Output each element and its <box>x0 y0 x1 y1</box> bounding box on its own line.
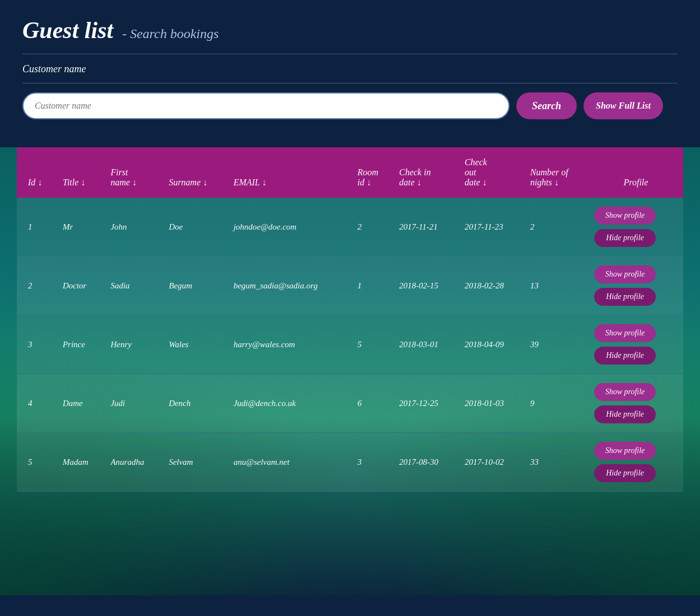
search-button[interactable]: Search <box>516 92 577 119</box>
col-header-check-out[interactable]: Checkoutdate ↓ <box>459 147 525 198</box>
cell-nights: 13 <box>525 256 589 315</box>
guest-table: Id ↓ Title ↓ Firstname ↓ Surname ↓ EMAIL… <box>17 147 683 492</box>
cell-id: 3 <box>17 315 57 374</box>
table-section: Id ↓ Title ↓ Firstname ↓ Surname ↓ EMAIL… <box>0 147 700 595</box>
cell-title: Doctor <box>57 256 105 315</box>
cell-title: Dame <box>57 374 105 433</box>
show-profile-button[interactable]: Show profile <box>594 324 656 342</box>
cell-check-in: 2017-12-25 <box>394 374 459 433</box>
cell-title: Prince <box>57 315 105 374</box>
cell-first-name: Anuradha <box>105 433 163 492</box>
col-header-profile: Profile <box>589 147 683 198</box>
cell-title: Madam <box>57 433 105 492</box>
cell-check-in: 2018-03-01 <box>394 315 459 374</box>
col-header-email[interactable]: EMAIL ↓ <box>228 147 352 198</box>
cell-profile: Show profileHide profile <box>589 198 683 256</box>
show-profile-button[interactable]: Show profile <box>594 207 656 225</box>
cell-first-name: Sadia <box>105 256 163 315</box>
table-row: 1MrJohnDoejohndoe@doe.com22017-11-212017… <box>17 198 683 256</box>
cell-profile: Show profileHide profile <box>589 433 683 492</box>
col-header-nights[interactable]: Number ofnights ↓ <box>525 147 589 198</box>
cell-surname: Selvam <box>163 433 228 492</box>
cell-nights: 2 <box>525 198 589 256</box>
cell-check-out: 2017-10-02 <box>459 433 525 492</box>
cell-check-out: 2018-04-09 <box>459 315 525 374</box>
col-header-check-in[interactable]: Check indate ↓ <box>394 147 459 198</box>
hide-profile-button[interactable]: Hide profile <box>594 229 656 247</box>
cell-profile: Show profileHide profile <box>589 315 683 374</box>
page-title: Guest list <box>22 17 113 44</box>
col-header-surname[interactable]: Surname ↓ <box>163 147 228 198</box>
header-divider <box>22 54 678 54</box>
cell-check-in: 2017-08-30 <box>394 433 459 492</box>
cell-first-name: John <box>105 198 163 256</box>
cell-surname: Dench <box>163 374 228 433</box>
table-row: 3PrinceHenryWalesharry@wales.com52018-03… <box>17 315 683 374</box>
col-header-room-id[interactable]: Roomid ↓ <box>352 147 393 198</box>
field-label: Customer name <box>22 63 678 75</box>
hide-profile-button[interactable]: Hide profile <box>594 464 656 482</box>
table-row: 2DoctorSadiaBegumbegum_sadia@sadia.org12… <box>17 256 683 315</box>
cell-check-out: 2018-02-28 <box>459 256 525 315</box>
cell-check-in: 2017-11-21 <box>394 198 459 256</box>
cell-title: Mr <box>57 198 105 256</box>
table-row: 5MadamAnuradhaSelvamanu@selvam.net32017-… <box>17 433 683 492</box>
profile-actions: Show profileHide profile <box>594 442 678 482</box>
search-row: Search Show Full List <box>22 92 678 119</box>
cell-surname: Doe <box>163 198 228 256</box>
cell-check-in: 2018-02-15 <box>394 256 459 315</box>
cell-email: Judi@dench.co.uk <box>228 374 352 433</box>
hide-profile-button[interactable]: Hide profile <box>594 405 656 423</box>
cell-room-id: 5 <box>352 315 393 374</box>
cell-id: 2 <box>17 256 57 315</box>
cell-profile: Show profileHide profile <box>589 374 683 433</box>
show-profile-button[interactable]: Show profile <box>594 265 656 283</box>
cell-check-out: 2017-11-23 <box>459 198 525 256</box>
hide-profile-button[interactable]: Hide profile <box>594 288 656 306</box>
cell-nights: 9 <box>525 374 589 433</box>
search-input[interactable] <box>22 92 510 119</box>
col-header-title[interactable]: Title ↓ <box>57 147 105 198</box>
cell-id: 1 <box>17 198 57 256</box>
cell-email: begum_sadia@sadia.org <box>228 256 352 315</box>
cell-first-name: Judi <box>105 374 163 433</box>
col-header-id[interactable]: Id ↓ <box>17 147 57 198</box>
cell-first-name: Henry <box>105 315 163 374</box>
header: Guest list - Search bookings Customer na… <box>0 0 700 147</box>
col-header-first-name[interactable]: Firstname ↓ <box>105 147 163 198</box>
cell-nights: 39 <box>525 315 589 374</box>
show-full-list-button[interactable]: Show Full List <box>584 92 663 119</box>
cell-check-out: 2018-01-03 <box>459 374 525 433</box>
table-wrapper: Id ↓ Title ↓ Firstname ↓ Surname ↓ EMAIL… <box>17 147 683 492</box>
cell-profile: Show profileHide profile <box>589 256 683 315</box>
page-subtitle: - Search bookings <box>122 26 218 41</box>
cell-id: 4 <box>17 374 57 433</box>
show-profile-button[interactable]: Show profile <box>594 383 656 401</box>
cell-surname: Wales <box>163 315 228 374</box>
field-divider <box>22 83 678 83</box>
profile-actions: Show profileHide profile <box>594 207 678 247</box>
cell-room-id: 6 <box>352 374 393 433</box>
hide-profile-button[interactable]: Hide profile <box>594 347 656 365</box>
cell-room-id: 3 <box>352 433 393 492</box>
cell-nights: 33 <box>525 433 589 492</box>
cell-email: johndoe@doe.com <box>228 198 352 256</box>
cell-id: 5 <box>17 433 57 492</box>
show-profile-button[interactable]: Show profile <box>594 442 656 460</box>
profile-actions: Show profileHide profile <box>594 324 678 365</box>
cell-email: anu@selvam.net <box>228 433 352 492</box>
cell-surname: Begum <box>163 256 228 315</box>
cell-room-id: 1 <box>352 256 393 315</box>
table-header-row: Id ↓ Title ↓ Firstname ↓ Surname ↓ EMAIL… <box>17 147 683 198</box>
table-row: 4DameJudiDenchJudi@dench.co.uk62017-12-2… <box>17 374 683 433</box>
cell-room-id: 2 <box>352 198 393 256</box>
profile-actions: Show profileHide profile <box>594 265 678 306</box>
cell-email: harry@wales.com <box>228 315 352 374</box>
profile-actions: Show profileHide profile <box>594 383 678 423</box>
